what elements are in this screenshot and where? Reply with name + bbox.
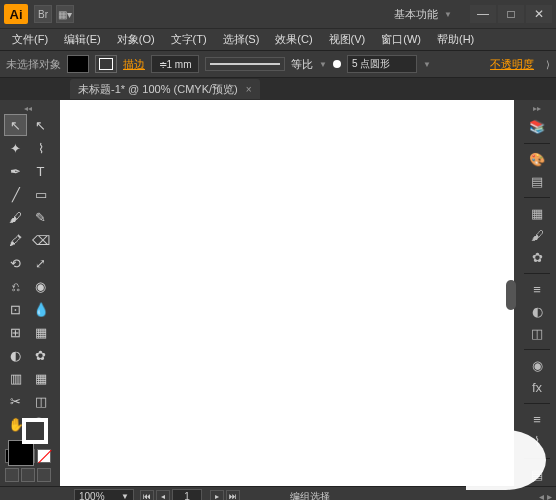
tab-close-icon[interactable]: × — [246, 84, 252, 95]
menu-object[interactable]: 对象(O) — [109, 32, 163, 47]
stroke-profile-uniform[interactable]: 等比 — [291, 57, 313, 72]
line-tool[interactable]: ╱ — [4, 183, 27, 205]
artboard-canvas[interactable] — [60, 100, 514, 486]
type-tool[interactable]: T — [29, 160, 52, 182]
selection-tool[interactable]: ↖ — [4, 114, 27, 136]
status-tool-mode: 编组选择 — [290, 490, 330, 501]
brushes-panel-icon[interactable]: 🖌 — [526, 228, 548, 244]
control-bar: 未选择对象 描边 ≑ 1 mm 等比 ▼ 5 点圆形 ▼ 不透明度 ⟩ — [0, 50, 556, 78]
eyedropper-tool[interactable]: 💧 — [29, 298, 52, 320]
watermark-bubble — [466, 430, 546, 490]
status-scroll-icon[interactable]: ◂ ▸ — [539, 491, 552, 500]
symbols-panel-icon[interactable]: ✿ — [526, 249, 548, 265]
fill-stroke-swatch[interactable] — [8, 440, 48, 444]
free-transform-tool[interactable]: ⊡ — [4, 298, 27, 320]
eraser-tool[interactable]: ⌫ — [29, 229, 52, 251]
zoom-level-select[interactable]: 100%▼ — [74, 489, 134, 501]
opacity-label[interactable]: 不透明度 — [490, 57, 534, 72]
appearance-panel-icon[interactable]: ◉ — [526, 358, 548, 374]
stroke-preview[interactable] — [205, 57, 285, 71]
panel-expand-icon[interactable]: ▸▸ — [533, 104, 541, 113]
stroke-panel-icon[interactable]: ≡ — [526, 282, 548, 298]
brush-definition[interactable]: 5 点圆形 — [347, 55, 417, 73]
prev-artboard-icon[interactable]: ◂ — [156, 490, 170, 501]
menu-type[interactable]: 文字(T) — [163, 32, 215, 47]
first-artboard-icon[interactable]: ⏮ — [140, 490, 154, 501]
menu-bar: 文件(F) 编辑(E) 对象(O) 文字(T) 选择(S) 效果(C) 视图(V… — [0, 28, 556, 50]
scale-tool[interactable]: ⤢ — [29, 252, 52, 274]
expand-control-icon[interactable]: ⟩ — [546, 59, 550, 70]
arrange-button[interactable]: ▦▾ — [56, 5, 74, 23]
direct-selection-tool[interactable]: ↖ — [29, 114, 52, 136]
magic-wand-tool[interactable]: ✦ — [4, 137, 27, 159]
blob-brush-tool[interactable]: 🖍 — [4, 229, 27, 251]
menu-select[interactable]: 选择(S) — [215, 32, 268, 47]
document-tab-bar: 未标题-1* @ 100% (CMYK/预览) × — [0, 78, 556, 100]
toolbox: ◂◂ ↖↖ ✦⌇ ✒T ╱▭ 🖌✎ 🖍⌫ ⟲⤢ ⎌◉ ⊡💧 ⊞▦ ◐✿ ▥▦ ✂… — [0, 100, 56, 486]
draw-behind[interactable] — [21, 468, 35, 482]
menu-window[interactable]: 窗口(W) — [373, 32, 429, 47]
next-artboard-icon[interactable]: ▸ — [210, 490, 224, 501]
close-button[interactable]: ✕ — [526, 5, 552, 23]
color-mode-none[interactable] — [37, 449, 51, 463]
brush-dot-icon — [333, 60, 341, 68]
menu-file[interactable]: 文件(F) — [4, 32, 56, 47]
artboard-number-input[interactable]: 1 — [172, 489, 202, 501]
menu-view[interactable]: 视图(V) — [321, 32, 374, 47]
color-guide-panel-icon[interactable]: ▤ — [526, 173, 548, 189]
workspace-switcher[interactable]: 基本功能 — [386, 5, 460, 24]
document-tab-title: 未标题-1* @ 100% (CMYK/预览) — [78, 82, 238, 97]
pen-tool[interactable]: ✒ — [4, 160, 27, 182]
last-artboard-icon[interactable]: ⏭ — [226, 490, 240, 501]
pencil-tool[interactable]: ✎ — [29, 206, 52, 228]
mesh-tool[interactable]: ⊞ — [4, 321, 27, 343]
stroke-weight-input[interactable]: ≑ 1 mm — [151, 55, 199, 73]
selection-status: 未选择对象 — [6, 57, 61, 72]
bridge-button[interactable]: Br — [34, 5, 52, 23]
shape-builder-tool[interactable]: ◉ — [29, 275, 52, 297]
maximize-button[interactable]: □ — [498, 5, 524, 23]
stroke-label[interactable]: 描边 — [123, 57, 145, 72]
document-tab[interactable]: 未标题-1* @ 100% (CMYK/预览) × — [70, 79, 260, 99]
perspective-tool[interactable]: ◫ — [29, 390, 52, 412]
paintbrush-tool[interactable]: 🖌 — [4, 206, 27, 228]
gradient-panel-icon[interactable]: ◐ — [526, 304, 548, 320]
right-panel-dock: ▸▸ 📚 🎨 ▤ ▦ 🖌 ✿ ≡ ◐ ◫ ◉ fx ≡ ⌇ ▤ — [518, 100, 556, 486]
rotate-tool[interactable]: ⟲ — [4, 252, 27, 274]
gradient-tool[interactable]: ▦ — [29, 321, 52, 343]
menu-effect[interactable]: 效果(C) — [267, 32, 320, 47]
draw-inside[interactable] — [37, 468, 51, 482]
menu-edit[interactable]: 编辑(E) — [56, 32, 109, 47]
blend-tool[interactable]: ◐ — [4, 344, 27, 366]
lasso-tool[interactable]: ⌇ — [29, 137, 52, 159]
draw-normal[interactable] — [5, 468, 19, 482]
menu-help[interactable]: 帮助(H) — [429, 32, 482, 47]
graph-tool[interactable]: ▥ — [4, 367, 27, 389]
minimize-button[interactable]: — — [470, 5, 496, 23]
symbol-sprayer-tool[interactable]: ✿ — [29, 344, 52, 366]
slice-tool[interactable]: ✂ — [4, 390, 27, 412]
rectangle-tool[interactable]: ▭ — [29, 183, 52, 205]
width-tool[interactable]: ⎌ — [4, 275, 27, 297]
toolbox-expand-icon[interactable]: ◂◂ — [4, 104, 52, 113]
swatches-panel-icon[interactable]: ▦ — [526, 206, 548, 222]
align-panel-icon[interactable]: ≡ — [526, 412, 548, 428]
transparency-panel-icon[interactable]: ◫ — [526, 325, 548, 341]
fill-color-swatch[interactable] — [67, 55, 89, 73]
artboard-tool[interactable]: ▦ — [29, 367, 52, 389]
color-panel-icon[interactable]: 🎨 — [526, 151, 548, 167]
stroke-color-swatch[interactable] — [95, 55, 117, 73]
graphic-styles-panel-icon[interactable]: fx — [526, 380, 548, 396]
vertical-scrollbar-thumb[interactable] — [506, 280, 516, 310]
app-logo: Ai — [4, 4, 28, 24]
stroke-indicator[interactable] — [22, 418, 48, 444]
library-panel-icon[interactable]: 📚 — [526, 119, 548, 135]
